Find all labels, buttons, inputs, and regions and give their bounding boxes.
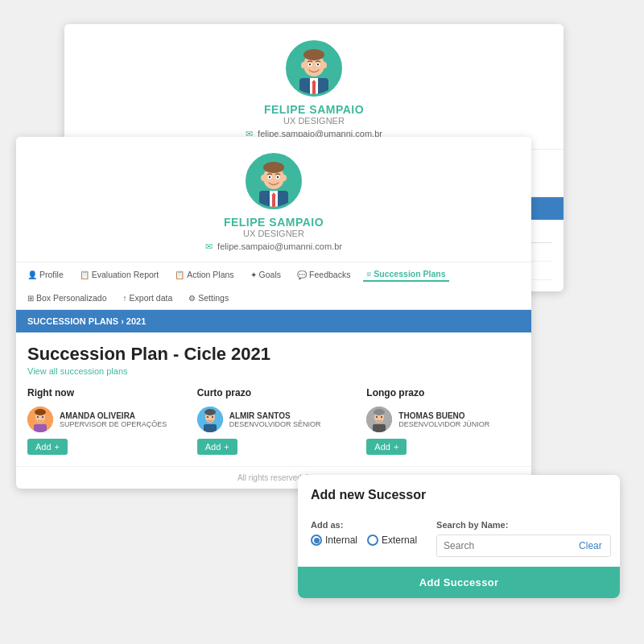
profile-header-2: FELIPE SAMPAIO UX DESIGNER ✉ felipe.samp… — [16, 137, 531, 262]
person-name-thomas: THOMAS BUENO — [398, 411, 520, 420]
modal-fields: Add as: Internal External Search by Name… — [298, 520, 620, 567]
email-icon-2: ✉ — [205, 242, 213, 251]
svg-point-25 — [277, 176, 279, 178]
col-title-longo: Longo prazo — [366, 387, 520, 398]
svg-point-42 — [376, 416, 378, 418]
radio-internal[interactable]: Internal — [311, 535, 357, 546]
person-info-amanda: AMANDA OLIVEIRA SUPERVISOR DE OPERAÇÕES — [60, 411, 181, 428]
nav-settings-2[interactable]: ⚙ Settings — [185, 291, 232, 304]
svg-point-31 — [42, 416, 43, 418]
modal-title: Add new Sucessor — [311, 488, 607, 502]
person-info-thomas: THOMAS BUENO DESENVOLVIDOR JÚNIOR — [398, 411, 520, 428]
svg-point-6 — [303, 49, 324, 60]
search-input[interactable] — [437, 535, 571, 556]
person-name-almir: ALMIR SANTOS — [229, 411, 351, 420]
person-name-amanda: AMANDA OLIVEIRA — [60, 411, 181, 420]
nav-bar-2: 👤 Profile 📋 Evaluation Report 📋 Action P… — [16, 262, 531, 310]
profile-name-2: FELIPE SAMPAIO — [224, 216, 324, 229]
svg-point-30 — [37, 416, 39, 418]
profile-role-1: UX DESIGNER — [283, 116, 345, 126]
svg-rect-17 — [272, 196, 275, 207]
svg-point-12 — [317, 64, 319, 65]
card-succession-detail: FELIPE SAMPAIO UX DESIGNER ✉ felipe.samp… — [16, 137, 531, 489]
svg-point-34 — [204, 409, 216, 415]
svg-point-19 — [263, 162, 284, 173]
view-all-link[interactable]: View all succession plans — [27, 366, 520, 376]
add-icon-3: + — [394, 442, 398, 452]
person-role-amanda: SUPERVISOR DE OPERAÇÕES — [60, 420, 181, 428]
profile-name-1: FELIPE SAMPAIO — [264, 103, 364, 116]
add-btn-longo[interactable]: Add + — [366, 439, 407, 455]
modal-header: Add new Sucessor — [298, 475, 620, 520]
svg-point-7 — [301, 62, 306, 68]
add-btn-right-now[interactable]: Add + — [27, 439, 68, 455]
radio-dot-internal — [311, 535, 322, 546]
col-title-right-now: Right now — [27, 387, 181, 398]
svg-point-24 — [269, 176, 270, 178]
add-successor-modal: Add new Sucessor Add as: Internal Extern… — [298, 475, 620, 598]
nav-goals-2[interactable]: ✦ Goals — [247, 268, 284, 281]
person-role-thomas: DESENVOLVIDOR JÚNIOR — [398, 420, 520, 428]
col-longo-prazo: Longo prazo THOMAS BUENO DESENVOL — [366, 387, 520, 455]
svg-point-37 — [212, 416, 213, 418]
svg-point-36 — [207, 416, 208, 418]
add-successor-button[interactable]: Add Successor — [298, 567, 620, 598]
avatar-1 — [286, 40, 342, 97]
person-card-almir: ALMIR SANTOS DESENVOLVIDOR SÊNIOR — [197, 407, 351, 432]
search-row: Clear — [436, 535, 611, 557]
add-btn-curto[interactable]: Add + — [197, 439, 237, 455]
col-title-curto: Curto prazo — [197, 387, 351, 398]
profile-header-1: FELIPE SAMPAIO UX DESIGNER ✉ felipe.samp… — [64, 24, 564, 149]
svg-point-43 — [381, 416, 382, 418]
succession-title: Succession Plan - Cicle 2021 — [27, 344, 520, 365]
svg-point-28 — [35, 409, 46, 415]
profile-email-2: ✉ felipe.sampaio@umanni.com.br — [205, 242, 342, 252]
nav-feedbacks-2[interactable]: 💬 Feedbacks — [294, 268, 353, 281]
nav-succession-2[interactable]: ≡ Succession Plans — [363, 267, 448, 282]
svg-rect-4 — [312, 83, 316, 94]
svg-rect-35 — [204, 424, 217, 432]
clear-button[interactable]: Clear — [571, 535, 610, 556]
radio-group: Internal External — [311, 535, 417, 546]
add-as-group: Add as: Internal External — [311, 520, 417, 546]
col-right-now: Right now AMANDA OLIVEIRA SUPERVI — [27, 387, 181, 455]
person-card-thomas: THOMAS BUENO DESENVOLVIDOR JÚNIOR — [366, 407, 520, 432]
person-card-amanda: AMANDA OLIVEIRA SUPERVISOR DE OPERAÇÕES — [27, 407, 181, 432]
add-icon-2: + — [224, 442, 229, 452]
nav-export-2[interactable]: ↑ Export data — [120, 291, 176, 304]
svg-point-40 — [374, 409, 385, 415]
person-role-almir: DESENVOLVIDOR SÊNIOR — [229, 420, 351, 428]
avatar-2 — [246, 153, 302, 209]
avatar-amanda — [27, 407, 53, 432]
breadcrumb: SUCCESSION PLANS › 2021 — [16, 310, 531, 332]
nav-action-2[interactable]: 📋 Action Plans — [171, 268, 237, 281]
svg-point-20 — [261, 175, 266, 181]
successors-grid: Right now AMANDA OLIVEIRA SUPERVI — [16, 387, 531, 466]
nav-eval-2[interactable]: 📋 Evaluation Report — [76, 268, 162, 281]
add-as-label: Add as: — [311, 520, 417, 530]
nav-profile-2[interactable]: 👤 Profile — [24, 268, 67, 281]
nav-box-2[interactable]: ⊞ Box Personalizado — [24, 291, 110, 304]
profile-role-2: UX DESIGNER — [243, 229, 304, 238]
add-icon-1: + — [55, 442, 60, 452]
svg-rect-29 — [34, 424, 47, 432]
svg-point-21 — [282, 175, 287, 181]
svg-point-8 — [322, 62, 327, 68]
search-group: Search by Name: Clear — [436, 520, 611, 557]
search-label: Search by Name: — [436, 520, 611, 530]
radio-external[interactable]: External — [367, 535, 417, 546]
avatar-almir — [197, 407, 223, 432]
col-curto-prazo: Curto prazo ALMIR SANTOS DESENVOL — [197, 387, 351, 455]
svg-point-11 — [309, 64, 311, 65]
radio-dot-external — [367, 535, 378, 546]
svg-rect-41 — [373, 424, 386, 432]
avatar-thomas — [366, 407, 392, 432]
person-info-almir: ALMIR SANTOS DESENVOLVIDOR SÊNIOR — [229, 411, 351, 428]
